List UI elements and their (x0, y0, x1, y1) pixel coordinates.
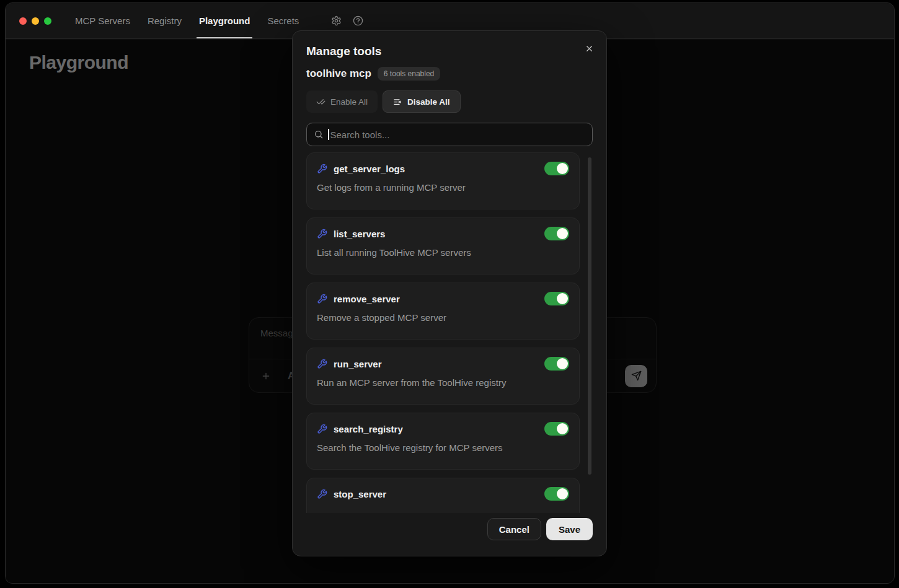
dialog-title: Manage tools (306, 45, 593, 58)
list-x-icon (393, 97, 402, 107)
enable-all-label: Enable All (330, 97, 368, 107)
wrench-icon (317, 424, 327, 434)
settings-button[interactable] (327, 12, 345, 30)
wrench-icon (317, 229, 327, 239)
close-icon (585, 44, 594, 53)
wrench-icon (317, 164, 327, 174)
nav-tabs: MCP ServersRegistryPlaygroundSecrets (74, 3, 315, 38)
minimize-window-button[interactable] (32, 17, 39, 25)
disable-all-label: Disable All (407, 97, 450, 107)
enable-all-button[interactable]: Enable All (306, 90, 378, 113)
tool-description: Get logs from a running MCP server (317, 182, 569, 193)
wrench-icon (317, 489, 327, 499)
tool-card: remove_server Remove a stopped MCP serve… (306, 283, 580, 340)
toggle-knob (557, 423, 568, 434)
tool-list: get_server_logs Get logs from a running … (306, 152, 593, 513)
check-check-icon (316, 97, 326, 107)
tab-playground[interactable]: Playground (198, 3, 252, 38)
search-icon (314, 129, 324, 139)
tool-description: Search the ToolHive registry for MCP ser… (317, 442, 569, 453)
tool-search-box (306, 123, 593, 146)
tool-name: search_registry (334, 424, 403, 434)
toggle-knob (557, 293, 568, 304)
tool-card: stop_server (306, 478, 580, 513)
toggle-knob (557, 163, 568, 174)
cancel-button[interactable]: Cancel (487, 518, 541, 540)
tool-toggle[interactable] (544, 357, 569, 371)
server-name: toolhive mcp (306, 68, 371, 80)
close-window-button[interactable] (19, 17, 27, 25)
wrench-icon (317, 294, 327, 304)
tool-card: run_server Run an MCP server from the To… (306, 348, 580, 405)
disable-all-button[interactable]: Disable All (383, 90, 461, 113)
scrollbar-thumb[interactable] (588, 157, 591, 475)
zoom-window-button[interactable] (44, 17, 51, 25)
save-button[interactable]: Save (546, 518, 593, 540)
close-dialog-button[interactable] (582, 41, 596, 56)
tool-toggle[interactable] (544, 422, 569, 436)
tool-name: get_server_logs (334, 164, 405, 174)
tool-card: get_server_logs Get logs from a running … (306, 152, 580, 209)
tool-description: Remove a stopped MCP server (317, 312, 569, 323)
wrench-icon (317, 359, 327, 369)
tool-name: list_servers (334, 229, 385, 239)
gear-icon (331, 15, 342, 26)
search-input[interactable] (329, 129, 586, 140)
tab-registry[interactable]: Registry (146, 3, 183, 38)
tool-card: search_registry Search the ToolHive regi… (306, 413, 580, 470)
help-button[interactable] (349, 12, 366, 30)
tool-description: Run an MCP server from the ToolHive regi… (317, 377, 569, 388)
toggle-knob (557, 228, 568, 239)
manage-tools-dialog: Manage tools toolhive mcp 6 tools enable… (292, 30, 607, 556)
tool-toggle[interactable] (544, 162, 569, 175)
tool-card: list_servers List all running ToolHive M… (306, 217, 580, 274)
tab-mcp-servers[interactable]: MCP Servers (74, 3, 131, 38)
tool-name: stop_server (334, 489, 386, 499)
tool-toggle[interactable] (544, 292, 569, 305)
help-icon (353, 15, 363, 26)
traffic-lights (6, 17, 51, 25)
tool-name: run_server (334, 359, 382, 369)
tool-name: remove_server (334, 294, 400, 304)
toggle-knob (557, 358, 568, 369)
tool-toggle[interactable] (544, 487, 569, 501)
app-window: MCP ServersRegistryPlaygroundSecrets Pla… (5, 2, 895, 584)
tool-description: List all running ToolHive MCP servers (317, 247, 569, 258)
toggle-knob (557, 488, 568, 499)
tool-toggle[interactable] (544, 227, 569, 240)
tools-enabled-badge: 6 tools enabled (378, 67, 440, 81)
